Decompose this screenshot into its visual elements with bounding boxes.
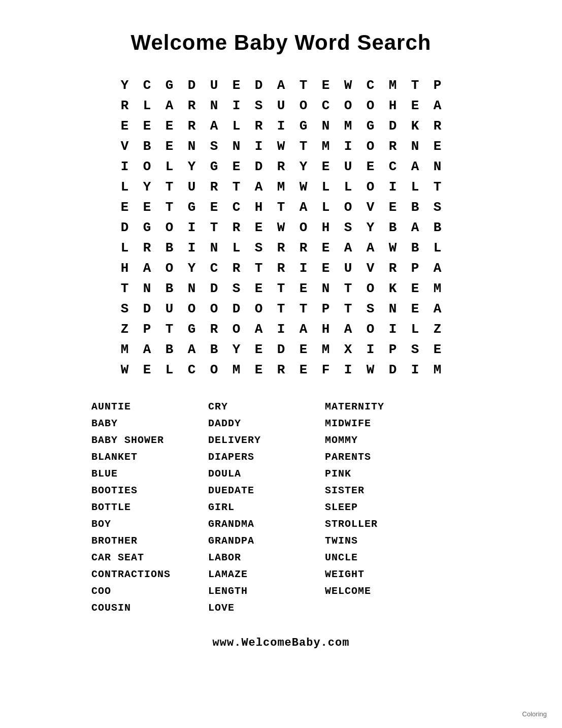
cell-12-6: A xyxy=(248,319,270,339)
word-item: MOMMY xyxy=(325,432,442,449)
word-item: SLEEP xyxy=(325,499,442,516)
cell-10-10: T xyxy=(337,278,359,299)
cell-2-4: A xyxy=(203,116,225,136)
cell-4-9: E xyxy=(315,156,337,177)
cell-4-12: C xyxy=(382,156,404,177)
cell-7-10: S xyxy=(337,217,359,238)
cell-7-12: B xyxy=(382,217,404,238)
word-item: AUNTIE xyxy=(91,398,208,415)
cell-14-8: E xyxy=(292,360,315,380)
cell-13-10: X xyxy=(337,339,359,360)
cell-1-1: L xyxy=(136,96,158,116)
cell-14-4: O xyxy=(203,360,225,380)
cell-8-4: N xyxy=(203,238,225,258)
cell-8-11: A xyxy=(359,238,382,258)
cell-12-13: L xyxy=(404,319,426,339)
cell-0-11: C xyxy=(359,75,382,96)
cell-7-14: B xyxy=(426,217,449,238)
cell-13-0: M xyxy=(114,339,136,360)
cell-13-8: E xyxy=(292,339,315,360)
cell-2-7: I xyxy=(270,116,292,136)
cell-14-2: L xyxy=(158,360,181,380)
word-col-2: MATERNITYMIDWIFEMOMMYPARENTSPINKSISTERSL… xyxy=(325,398,442,616)
cell-6-12: E xyxy=(382,197,404,217)
word-item: DIAPERS xyxy=(208,449,325,465)
cell-7-1: G xyxy=(136,217,158,238)
word-item: CAR SEAT xyxy=(91,549,208,566)
cell-7-4: T xyxy=(203,217,225,238)
cell-11-0: S xyxy=(114,299,136,319)
cell-4-11: E xyxy=(359,156,382,177)
word-item: GRANDMA xyxy=(208,516,325,532)
cell-2-5: L xyxy=(225,116,248,136)
word-item: DELIVERY xyxy=(208,432,325,449)
cell-0-1: C xyxy=(136,75,158,96)
cell-2-1: E xyxy=(136,116,158,136)
cell-12-10: A xyxy=(337,319,359,339)
cell-4-2: L xyxy=(158,156,181,177)
cell-5-13: L xyxy=(404,177,426,197)
word-item: STROLLER xyxy=(325,516,442,532)
cell-0-10: W xyxy=(337,75,359,96)
word-item: PINK xyxy=(325,465,442,482)
cell-0-7: A xyxy=(270,75,292,96)
word-item: TWINS xyxy=(325,532,442,549)
cell-11-6: O xyxy=(248,299,270,319)
cell-3-3: N xyxy=(181,136,203,156)
cell-6-13: B xyxy=(404,197,426,217)
cell-13-12: P xyxy=(382,339,404,360)
cell-0-9: E xyxy=(315,75,337,96)
word-item xyxy=(325,599,442,605)
cell-12-8: A xyxy=(292,319,315,339)
cell-10-11: O xyxy=(359,278,382,299)
cell-14-14: M xyxy=(426,360,449,380)
cell-13-9: M xyxy=(315,339,337,360)
cell-5-5: T xyxy=(225,177,248,197)
cell-2-2: E xyxy=(158,116,181,136)
cell-13-1: A xyxy=(136,339,158,360)
cell-7-5: R xyxy=(225,217,248,238)
cell-8-8: R xyxy=(292,238,315,258)
cell-3-9: M xyxy=(315,136,337,156)
cell-10-8: E xyxy=(292,278,315,299)
cell-8-9: E xyxy=(315,238,337,258)
cell-9-4: C xyxy=(203,258,225,278)
cell-11-14: A xyxy=(426,299,449,319)
cell-3-1: B xyxy=(136,136,158,156)
cell-7-8: O xyxy=(292,217,315,238)
cell-10-2: B xyxy=(158,278,181,299)
cell-14-7: R xyxy=(270,360,292,380)
cell-9-9: E xyxy=(315,258,337,278)
cell-0-0: Y xyxy=(114,75,136,96)
cell-6-4: E xyxy=(203,197,225,217)
cell-8-5: L xyxy=(225,238,248,258)
cell-8-2: B xyxy=(158,238,181,258)
cell-7-3: I xyxy=(181,217,203,238)
cell-7-2: O xyxy=(158,217,181,238)
word-item: BOTTLE xyxy=(91,499,208,516)
word-item: LABOR xyxy=(208,549,325,566)
cell-14-5: M xyxy=(225,360,248,380)
cell-4-0: I xyxy=(114,156,136,177)
cell-6-8: A xyxy=(292,197,315,217)
cell-1-7: U xyxy=(270,96,292,116)
cell-13-3: A xyxy=(181,339,203,360)
cell-4-4: G xyxy=(203,156,225,177)
cell-11-2: U xyxy=(158,299,181,319)
cell-9-3: Y xyxy=(181,258,203,278)
word-item: CONTRACTIONS xyxy=(91,566,208,583)
coloring-label: Coloring xyxy=(522,710,547,718)
cell-5-11: O xyxy=(359,177,382,197)
cell-12-2: T xyxy=(158,319,181,339)
cell-7-9: H xyxy=(315,217,337,238)
cell-10-9: N xyxy=(315,278,337,299)
cell-8-6: S xyxy=(248,238,270,258)
cell-8-13: B xyxy=(404,238,426,258)
cell-0-14: P xyxy=(426,75,449,96)
cell-4-8: Y xyxy=(292,156,315,177)
cell-13-4: B xyxy=(203,339,225,360)
word-list: AUNTIEBABYBABY SHOWERBLANKETBLUEBOOTIESB… xyxy=(20,398,542,616)
page: Welcome Baby Word Search YCGDUEDATEWCMTP… xyxy=(0,0,562,728)
cell-14-9: F xyxy=(315,360,337,380)
cell-7-0: D xyxy=(114,217,136,238)
